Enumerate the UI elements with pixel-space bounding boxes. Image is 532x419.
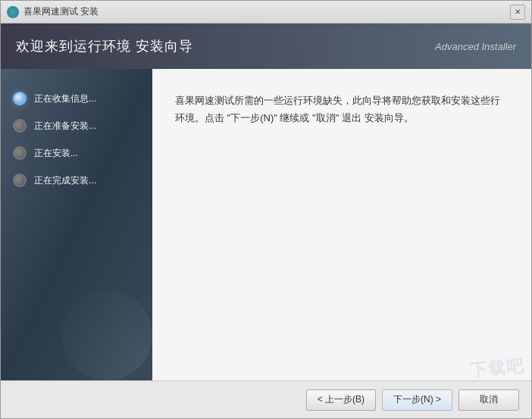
step-label-1: 正在收集信息... xyxy=(34,92,96,105)
title-bar: 喜果网速测试 安装 ✕ xyxy=(1,1,531,23)
wizard-title: 欢迎来到运行环境 安装向导 xyxy=(16,37,193,55)
step-label-4: 正在完成安装... xyxy=(34,174,96,187)
title-bar-left: 喜果网速测试 安装 xyxy=(7,5,99,18)
installer-window: 喜果网速测试 安装 ✕ 欢迎来到运行环境 安装向导 Advanced Insta… xyxy=(0,0,532,419)
main-panel: 喜果网速测试所需的一些运行环境缺失，此向导将帮助您获取和安装这些行环境。点击 "… xyxy=(152,69,531,380)
step-item-2: 正在准备安装... xyxy=(13,119,140,133)
step-item-3: 正在安装... xyxy=(13,146,140,160)
step-circle-1 xyxy=(13,92,27,105)
step-item-4: 正在完成安装... xyxy=(13,174,140,187)
next-button[interactable]: 下一步(N) > xyxy=(382,389,452,411)
cancel-button[interactable]: 取消 xyxy=(458,389,519,411)
header-bar: 欢迎来到运行环境 安装向导 Advanced Installer xyxy=(1,23,531,69)
title-controls: ✕ xyxy=(510,5,525,20)
prev-button[interactable]: < 上一步(B) xyxy=(306,389,376,411)
close-button[interactable]: ✕ xyxy=(510,5,525,20)
sidebar: 正在收集信息... 正在准备安装... 正在安装... 正在完成安装... xyxy=(1,69,152,380)
bottom-bar: < 上一步(B) 下一步(N) > 取消 xyxy=(1,380,531,418)
main-description: 喜果网速测试所需的一些运行环境缺失，此向导将帮助您获取和安装这些行环境。点击 "… xyxy=(175,92,509,365)
window-title: 喜果网速测试 安装 xyxy=(23,5,99,18)
step-item-1: 正在收集信息... xyxy=(13,92,140,105)
app-icon xyxy=(7,6,19,18)
step-label-2: 正在准备安装... xyxy=(34,120,96,133)
brand-label: Advanced Installer xyxy=(435,41,516,52)
step-label-3: 正在安装... xyxy=(34,147,78,160)
step-circle-2 xyxy=(13,119,27,133)
step-circle-3 xyxy=(13,146,27,160)
content-area: 正在收集信息... 正在准备安装... 正在安装... 正在完成安装... 喜果… xyxy=(1,69,531,380)
step-circle-4 xyxy=(13,174,27,187)
